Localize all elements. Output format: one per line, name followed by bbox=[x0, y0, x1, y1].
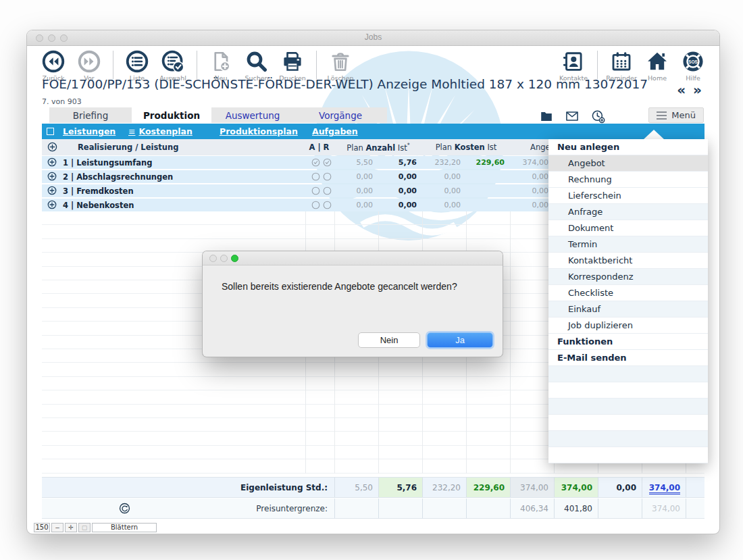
summary-value bbox=[378, 499, 422, 518]
tab-auswertung[interactable]: Auswertung bbox=[211, 107, 294, 123]
row-value: 0,00 bbox=[378, 201, 417, 209]
row-label: 4 | Nebenkosten bbox=[63, 201, 134, 210]
row-value: 0,00 bbox=[334, 201, 373, 209]
hamburger-icon: ≡ bbox=[128, 126, 135, 136]
summary-value: 374,00 bbox=[510, 478, 554, 497]
row-value: 0,00 bbox=[510, 201, 548, 209]
menu-empty-row bbox=[548, 447, 708, 463]
menu-item-dokument[interactable]: Dokument bbox=[548, 220, 708, 236]
layout-mode-icon[interactable]: ▢ bbox=[78, 523, 91, 532]
zoom-out-icon[interactable]: − bbox=[51, 523, 63, 532]
refresh-icon[interactable] bbox=[118, 502, 131, 517]
summary-value-empty bbox=[686, 478, 704, 497]
expand-row-icon[interactable] bbox=[47, 157, 57, 170]
menu-item-neu-anlegen[interactable]: Neu anlegen bbox=[548, 139, 708, 155]
dialog-minimize-icon[interactable] bbox=[220, 255, 228, 262]
summary-value bbox=[334, 499, 378, 518]
a-status-icon[interactable] bbox=[311, 186, 321, 199]
tab-vorg-nge[interactable]: Vorgänge bbox=[294, 107, 387, 123]
svg-text:SOS: SOS bbox=[688, 59, 698, 64]
menu-item-einkauf[interactable]: Einkauf bbox=[548, 301, 708, 317]
expand-row-icon[interactable] bbox=[47, 185, 57, 199]
nein-button[interactable]: Nein bbox=[358, 332, 420, 348]
clock-plus-icon[interactable] bbox=[590, 109, 605, 124]
row-value: 0,00 bbox=[334, 172, 373, 181]
tab-bar: BriefingProduktionAuswertungVorgänge bbox=[49, 107, 387, 123]
menu-item-job-duplizieren[interactable]: Job duplizieren bbox=[548, 317, 708, 334]
subnav-link-produktionsplan[interactable]: Produktionsplan bbox=[220, 126, 298, 136]
list-check-circle-icon bbox=[161, 48, 185, 74]
toolbar-button-hilfe[interactable]: SOSHilfe bbox=[677, 48, 709, 82]
menu-item-angebot[interactable]: Angebot bbox=[548, 155, 708, 172]
column-header-name: Realisierung / Leistung bbox=[78, 143, 178, 152]
menu-item-kontaktbericht[interactable]: Kontaktbericht bbox=[548, 253, 708, 269]
subnav-link-kostenplan[interactable]: ≡Kostenplan bbox=[128, 126, 193, 136]
summary-value: 374,00 bbox=[554, 478, 598, 497]
tab-briefing[interactable]: Briefing bbox=[49, 107, 132, 123]
row-value: 0,00 bbox=[334, 186, 373, 195]
expand-all-icon[interactable] bbox=[47, 141, 58, 155]
dialog-close-icon[interactable] bbox=[209, 255, 217, 262]
menu-button[interactable]: Menü bbox=[648, 107, 704, 123]
zoom-in-icon[interactable]: ✛ bbox=[65, 523, 77, 532]
summary-value[interactable]: 374,00 bbox=[642, 478, 686, 497]
r-status-icon[interactable] bbox=[322, 157, 332, 170]
r-status-icon[interactable] bbox=[322, 172, 332, 184]
trash-icon bbox=[328, 48, 353, 74]
toolbar-button-label: Hilfe bbox=[686, 74, 700, 82]
hamburger-icon bbox=[657, 109, 667, 122]
dialog-zoom-icon[interactable] bbox=[231, 255, 238, 262]
toolbar-divider bbox=[197, 51, 197, 79]
zoom-level[interactable]: 150 bbox=[34, 523, 50, 532]
menu-item-funktionen[interactable]: Funktionen bbox=[548, 334, 708, 350]
summary-value: 5,50 bbox=[334, 478, 378, 497]
expand-row-icon[interactable] bbox=[47, 199, 57, 213]
window-title: Jobs bbox=[27, 32, 719, 42]
magnifier-icon bbox=[245, 48, 269, 74]
folder-icon[interactable] bbox=[539, 109, 554, 124]
next-record-icon[interactable]: » bbox=[693, 82, 703, 98]
a-status-icon[interactable] bbox=[311, 172, 321, 184]
list-circle-icon bbox=[125, 48, 149, 74]
menu-item-lieferschein[interactable]: Lieferschein bbox=[548, 188, 708, 204]
expand-row-icon[interactable] bbox=[47, 171, 57, 184]
printer-icon bbox=[280, 48, 305, 74]
job-title: FOE/1700/PP/153 (DIE-SCHÖNSTE-FÖRDE-DER-… bbox=[42, 77, 648, 91]
toolbar-button-label: Home bbox=[648, 74, 667, 82]
envelope-icon[interactable] bbox=[565, 109, 580, 124]
prev-record-icon[interactable]: « bbox=[677, 82, 687, 98]
menu-item-checkliste[interactable]: Checkliste bbox=[548, 285, 708, 301]
a-status-icon[interactable] bbox=[311, 157, 321, 170]
summary-value: 5,76 bbox=[378, 478, 422, 497]
menu-empty-row bbox=[548, 382, 708, 399]
menu-item-e-mail-senden[interactable]: E-Mail senden bbox=[548, 350, 708, 366]
menu-empty-row bbox=[548, 366, 708, 382]
summary-label: Eigenleistung Std.: bbox=[42, 478, 334, 497]
summary-value bbox=[598, 499, 642, 518]
nav-back-icon bbox=[41, 48, 66, 74]
doc-plus-icon bbox=[209, 48, 233, 74]
summary-value: 406,34 bbox=[510, 499, 554, 518]
summary-label-text: Preisuntergrenze: bbox=[256, 504, 328, 513]
tab-produktion[interactable]: Produktion bbox=[132, 107, 211, 123]
menu-item-anfrage[interactable]: Anfrage bbox=[548, 204, 708, 220]
row-label: 3 | Fremdkosten bbox=[63, 186, 134, 196]
r-status-icon[interactable] bbox=[322, 186, 332, 199]
jobs-window: Jobs ZurückVorListeAuswahlNeuSuchenDruck… bbox=[27, 30, 719, 534]
subnav-bar: Leistungen≡KostenplanProduktionsplanAufg… bbox=[42, 124, 704, 139]
menu-item-korrespondenz[interactable]: Korrespondenz bbox=[548, 269, 708, 285]
menu-item-rechnung[interactable]: Rechnung bbox=[548, 172, 708, 188]
row-value: 232,20 bbox=[422, 158, 461, 167]
select-all-checkbox[interactable] bbox=[47, 128, 54, 135]
menu-item-termin[interactable]: Termin bbox=[548, 236, 708, 253]
ja-button[interactable]: Ja bbox=[427, 332, 493, 348]
menu-empty-row bbox=[548, 415, 708, 431]
summary-value: 229,60 bbox=[466, 478, 510, 497]
subnav-link-leistungen[interactable]: Leistungen bbox=[63, 126, 116, 136]
dialog-message: Sollen bereits existierende Angebote gec… bbox=[222, 281, 486, 292]
mode-selector[interactable]: Blättern bbox=[92, 523, 157, 532]
quick-icons bbox=[539, 109, 605, 124]
row-value: 229,60 bbox=[466, 158, 505, 167]
confirm-dialog: Sollen bereits existierende Angebote gec… bbox=[203, 251, 503, 357]
subnav-link-aufgaben[interactable]: Aufgaben bbox=[312, 126, 358, 136]
